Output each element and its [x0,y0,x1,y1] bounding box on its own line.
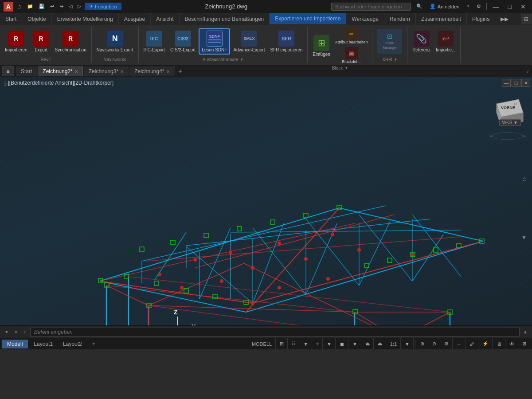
freigeben-label: Freigeben [95,4,117,9]
back-btn[interactable]: ◁ [67,3,74,10]
tab-objekte[interactable]: Objekte [22,13,51,25]
cis2-export-btn[interactable]: CIS/2 CIS/2-Export [168,29,198,54]
tab-zeichnung3[interactable]: Zeichnung3* ✕ [84,66,129,76]
wireframe-view: Z Y X [0,77,532,325]
track-btn[interactable]: ⏏ [374,338,386,349]
help-btn[interactable]: ? [465,4,471,10]
search-input[interactable] [331,3,411,11]
user-btn[interactable]: 👤 Anmelden [428,3,462,10]
zoom-out-btn[interactable]: ⊖ [429,338,440,349]
forward-btn[interactable]: ▷ [76,3,83,10]
revit-importieren-btn[interactable]: R Importieren [3,29,30,54]
polar-btn[interactable]: ⏹ [336,338,348,349]
referenz-btn[interactable]: 📎 Referenz [410,29,433,54]
search-icon[interactable]: 🔍 [415,3,424,10]
nav-collapse-btn[interactable]: ▼ [521,235,527,241]
wks-label[interactable]: WKS ▼ [499,119,521,126]
tab-ausgabe[interactable]: Ausgabe [119,13,151,25]
close-btn[interactable]: ✕ [518,2,528,11]
tab-zeichnung3-close[interactable]: ✕ [120,69,124,74]
new-btn[interactable]: 🗋 [15,4,23,10]
model-tab[interactable]: Modell [2,340,28,348]
navisworks-export-btn[interactable]: N Navisworks Export [94,29,136,54]
model-space-btn[interactable]: MODELL [248,338,276,349]
viewport-label[interactable]: [-][Benutzerdefinierte Ansicht][2D-Draht… [4,80,113,86]
cmd-input[interactable] [30,328,520,336]
lesen-sdnf-btn[interactable]: SDNF Lesen SDNF [199,28,230,55]
viewport: [-][Benutzerdefinierte Ansicht][2D-Draht… [0,77,532,325]
importieren-btn[interactable]: ↩ Importie... [434,29,458,54]
tab-zeichnung4-close[interactable]: ✕ [166,69,170,74]
xref-dropdown-arrow[interactable]: ▼ [394,58,398,62]
minimize-btn[interactable]: — [490,2,502,11]
tab-beschriftungen[interactable]: Beschriftungen und Bemaßungen [180,13,270,25]
settings-icon[interactable]: ⚙ [475,3,483,10]
viewport-maximize-btn[interactable]: □ [512,79,520,87]
ifc-export-btn[interactable]: IFC IFC-Export [141,29,167,54]
revit-export-btn[interactable]: R Export [31,29,52,54]
ribbon-panel-icon[interactable]: ⊟ [521,14,532,24]
expand-btn[interactable]: ↔ [453,338,466,349]
home-btn[interactable]: ⌂ [522,175,527,183]
redo-btn[interactable]: ↪ [58,3,65,10]
tab-zeichnung2[interactable]: Zeichnung2* ✕ [38,66,82,76]
xref-manager-btn[interactable]: ⊡ XRef- Manager [375,27,404,56]
grid-btn[interactable]: ⊞ [276,338,288,349]
snap-dropdown[interactable]: ▼ [300,338,312,349]
tab-zeichnung4[interactable]: Zeichnung4* ✕ [129,66,174,76]
cmd-expand-btn[interactable]: ▲ [521,329,529,335]
ortho-dropdown[interactable]: ▼ [323,338,336,349]
revit-sync-btn[interactable]: R Synchronisation [53,29,89,54]
freigeben-btn[interactable]: ✈ Freigeben [85,3,121,10]
viewport-close-btn[interactable]: ✕ [521,79,530,87]
snap-btn[interactable]: ⠿ [288,338,299,349]
osnap-btn[interactable]: ⏏ [362,338,374,349]
undo-btn[interactable]: ↩ [48,3,56,10]
scale-btn[interactable]: 1:1 [387,338,401,349]
tab-start[interactable]: Start [0,13,22,25]
svg-line-24 [146,237,461,261]
layout2-tab[interactable]: Layout2 [59,340,86,348]
cmd-menu-btn[interactable]: ▼ [3,329,11,335]
polar-dropdown[interactable]: ▼ [349,338,361,349]
advance-export-btn[interactable]: SMLX Advance-Export [231,29,267,54]
tab-plugins[interactable]: Plugins [467,13,495,25]
cmd-x-btn[interactable]: ✕ [12,329,20,335]
tab-werkzeuge[interactable]: Werkzeuge [346,13,384,25]
workspace-btn[interactable]: ⚡ [479,338,493,349]
einfuegen-btn[interactable]: ⊞ Einfügen [310,34,332,58]
layout1-tab[interactable]: Layout1 [29,340,57,348]
tab-ansicht[interactable]: Ansicht [151,13,179,25]
app-icon[interactable]: A [4,2,13,12]
tab-rendern[interactable]: Rendern [384,13,416,25]
tab-zeichnung2-close[interactable]: ✕ [74,69,78,74]
cmd-check-btn[interactable]: ✓ [21,329,28,335]
tab-more[interactable]: ▶▶ [495,13,514,25]
doc-menu-btn[interactable]: ≡ [2,66,14,76]
maximize-btn[interactable]: □ [505,2,514,11]
save-btn[interactable]: 💾 [37,3,47,10]
add-layout-btn[interactable]: + [88,340,100,348]
new-tab-btn[interactable]: + [176,66,185,76]
tab-exportieren[interactable]: Exportieren und importieren [270,13,346,25]
zoom-in-btn[interactable]: ⊕ [417,338,428,349]
sfr-export-btn[interactable]: SFR SFR exportieren [268,29,305,54]
open-btn[interactable]: 📁 [25,3,35,10]
block-dropdown-arrow[interactable]: ▼ [344,66,348,70]
tab-erweiterte[interactable]: Erweiterte Modellierung [52,13,119,25]
blockdef-btn[interactable]: ▣ Blockdef... [333,46,370,65]
isolate-btn[interactable]: 👁 [506,338,518,349]
viewcube[interactable]: VORNE O WKS ▼ [488,90,528,130]
scale-dropdown[interactable]: ▼ [401,338,414,349]
attribut-bearbeiten-btn[interactable]: ✏ Attribut bearbeiten [333,27,370,45]
austausch-dropdown-arrow[interactable]: ▼ [240,58,243,62]
ribbon-content: R Importieren R Export R Synchronisation [0,25,532,65]
settings-btn[interactable]: ⚙ [441,338,453,349]
cleanup-btn[interactable]: ⊠ [519,338,530,349]
annotation-btn[interactable]: 🖉 [466,338,478,349]
hardware-btn[interactable]: 🖥 [493,338,505,349]
ortho-btn[interactable]: ⌖ [313,338,323,349]
tab-start-doc[interactable]: Start [16,66,37,76]
tab-zusammenarbeit[interactable]: Zusammenarbeit [416,13,467,25]
viewport-minimize-btn[interactable]: — [502,79,511,87]
